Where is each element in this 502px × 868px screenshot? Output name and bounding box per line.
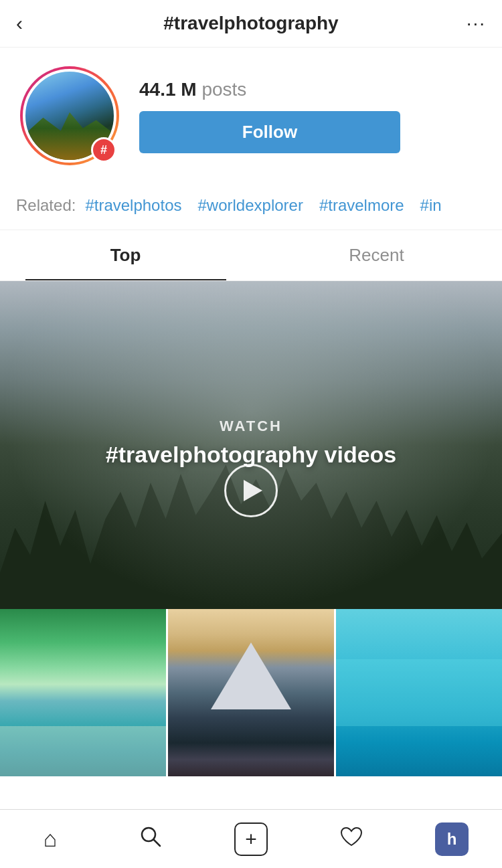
related-inner: Related: #travelphotos #worldexplorer #t… bbox=[16, 196, 486, 215]
nav-add[interactable]: + bbox=[231, 819, 271, 859]
svg-line-1 bbox=[154, 840, 160, 846]
header: ‹ #travelphotography ··· bbox=[0, 0, 502, 48]
photo-grid bbox=[0, 609, 502, 776]
follow-button[interactable]: Follow bbox=[139, 111, 400, 153]
profile-section: # 44.1 M posts Follow bbox=[0, 48, 502, 181]
avatar: # bbox=[20, 66, 119, 165]
profile-info: 44.1 M posts Follow bbox=[139, 79, 482, 153]
svg-point-0 bbox=[142, 828, 155, 841]
hitta-icon: h bbox=[435, 822, 469, 856]
tabs-section: Top Recent bbox=[0, 230, 502, 281]
related-tag-0[interactable]: #travelphotos bbox=[85, 196, 181, 215]
bottom-nav: ⌂ + h bbox=[0, 809, 502, 868]
play-icon bbox=[244, 480, 262, 501]
related-tag-3[interactable]: #in bbox=[420, 196, 442, 215]
tab-recent[interactable]: Recent bbox=[251, 230, 502, 280]
page-title: #travelphotography bbox=[43, 13, 459, 34]
nav-search[interactable] bbox=[131, 819, 171, 859]
tab-top[interactable]: Top bbox=[0, 230, 251, 280]
nav-home[interactable]: ⌂ bbox=[30, 819, 70, 859]
add-icon: + bbox=[234, 822, 268, 856]
search-icon bbox=[139, 825, 162, 853]
more-button[interactable]: ··· bbox=[459, 13, 486, 34]
nav-hitta[interactable]: h bbox=[432, 819, 472, 859]
related-tags-section: Related: #travelphotos #worldexplorer #t… bbox=[0, 181, 502, 230]
posts-count: 44.1 M posts bbox=[139, 79, 246, 100]
watch-label: WATCH bbox=[106, 418, 397, 435]
video-banner[interactable]: WATCH #travelphotography videos bbox=[0, 281, 502, 609]
hashtag-badge: # bbox=[91, 137, 116, 163]
related-tag-2[interactable]: #travelmore bbox=[319, 196, 404, 215]
photo-cell-tropical[interactable] bbox=[0, 609, 166, 776]
related-label: Related: bbox=[16, 196, 76, 215]
home-icon: ⌂ bbox=[44, 826, 58, 852]
posts-count-number: 44.1 M bbox=[139, 79, 197, 100]
back-button[interactable]: ‹ bbox=[16, 12, 43, 35]
nav-heart[interactable] bbox=[331, 819, 371, 859]
video-text: WATCH #travelphotography videos bbox=[106, 418, 397, 468]
play-button[interactable] bbox=[224, 464, 278, 517]
related-tag-1[interactable]: #worldexplorer bbox=[197, 196, 303, 215]
photo-cell-mountain[interactable] bbox=[166, 609, 334, 776]
heart-icon bbox=[339, 825, 363, 853]
photo-cell-ocean[interactable] bbox=[334, 609, 502, 776]
posts-count-label: posts bbox=[201, 79, 246, 100]
